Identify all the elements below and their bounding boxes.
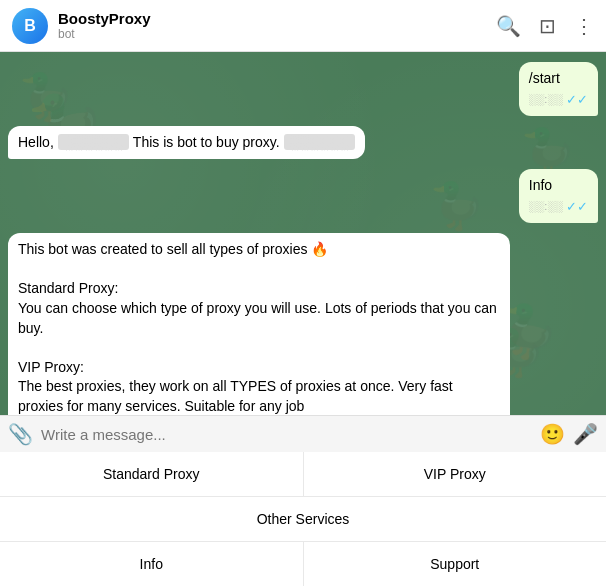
chat-messages: /start ░░:░░ ✓✓ Hello, ░░░░░░ This is bo… <box>8 62 598 415</box>
description-vip-title: VIP Proxy: <box>18 358 500 378</box>
bubble-start: /start ░░:░░ ✓✓ <box>519 62 598 116</box>
bubble-description: This bot was created to sell all types o… <box>8 233 510 415</box>
layout-icon[interactable]: ⊡ <box>539 14 556 38</box>
chat-area: 🦆 🦆 🦆 🦆 🦆 /start ░░:░░ ✓✓ Hello, ░░░░░░ … <box>0 52 606 415</box>
avatar: B <box>12 8 48 44</box>
bubble-greeting: Hello, ░░░░░░ This is bot to buy proxy. … <box>8 126 365 160</box>
btn-info[interactable]: Info <box>0 542 303 586</box>
more-icon[interactable]: ⋮ <box>574 14 594 38</box>
message-input[interactable] <box>41 426 532 443</box>
mic-icon[interactable]: 🎤 <box>573 422 598 446</box>
bubble-time: ░░:░░ <box>529 92 563 107</box>
description-line-1: This bot was created to sell all types o… <box>18 240 500 260</box>
chat-header: B BoostyProxy bot 🔍 ⊡ ⋮ <box>0 0 606 52</box>
greeting-text: Hello, ░░░░░░ This is bot to buy proxy. … <box>18 133 355 153</box>
header-info: BoostyProxy bot <box>58 10 496 41</box>
search-icon[interactable]: 🔍 <box>496 14 521 38</box>
read-check: ✓✓ <box>566 198 588 216</box>
bubble-text: Info <box>529 176 588 196</box>
btn-standard-proxy[interactable]: Standard Proxy <box>0 452 303 496</box>
bubble-text: /start <box>529 69 588 89</box>
header-icons: 🔍 ⊡ ⋮ <box>496 14 594 38</box>
bubble-meta: ░░:░░ ✓✓ <box>529 91 588 109</box>
emoji-icon[interactable]: 🙂 <box>540 422 565 446</box>
attach-icon[interactable]: 📎 <box>8 422 33 446</box>
keyboard-row-2: Other Services <box>0 497 606 541</box>
keyboard-row-3: Info Support <box>0 542 606 586</box>
description-standard-title: Standard Proxy: <box>18 279 500 299</box>
bot-name: BoostyProxy <box>58 10 496 27</box>
bubble-time: ░░:░░ <box>529 199 563 214</box>
message-start: /start ░░:░░ ✓✓ <box>8 62 598 116</box>
btn-vip-proxy[interactable]: VIP Proxy <box>304 452 607 496</box>
btn-other-services[interactable]: Other Services <box>0 497 606 541</box>
message-greeting: Hello, ░░░░░░ This is bot to buy proxy. … <box>8 126 598 160</box>
message-description: This bot was created to sell all types o… <box>8 233 598 415</box>
description-standard-body: You can choose which type of proxy you w… <box>18 299 500 338</box>
reply-keyboard: Standard Proxy VIP Proxy Other Services … <box>0 452 606 586</box>
description-vip-body: The best proxies, they work on all TYPES… <box>18 377 500 415</box>
keyboard-row-1: Standard Proxy VIP Proxy <box>0 452 606 496</box>
message-info: Info ░░:░░ ✓✓ <box>8 169 598 223</box>
bubble-info: Info ░░:░░ ✓✓ <box>519 169 598 223</box>
btn-support[interactable]: Support <box>304 542 607 586</box>
bot-status: bot <box>58 27 496 41</box>
message-input-area: 📎 🙂 🎤 <box>0 415 606 452</box>
read-check: ✓✓ <box>566 91 588 109</box>
bubble-meta: ░░:░░ ✓✓ <box>529 198 588 216</box>
